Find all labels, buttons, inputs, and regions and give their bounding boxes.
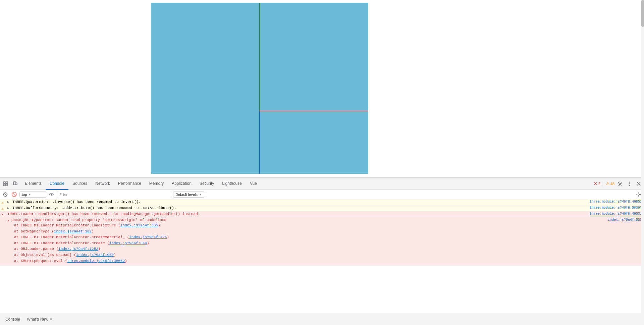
log-entry: ⚠ ▶ THREE.BufferGeometry: .addAttribute(…: [0, 205, 644, 211]
tab-elements[interactable]: Elements: [21, 178, 46, 190]
log-link[interactable]: three.module.js?46f8:50397: [590, 206, 642, 210]
log-link[interactable]: three.module.js?46f8:49852: [590, 200, 642, 204]
expand-arrow[interactable]: ▶: [7, 206, 9, 210]
browser-viewport: [0, 0, 644, 178]
blue-vertical-line: [259, 111, 260, 174]
close-whats-new-button[interactable]: ✕: [50, 317, 53, 321]
stack-line: at THREE.MTLLoader.MaterialCreator.loadT…: [14, 223, 169, 229]
svg-point-14: [638, 194, 640, 195]
devtools-panel: Elements Console Sources Network Perform…: [0, 177, 644, 325]
more-options-button[interactable]: [625, 180, 633, 188]
toolbar-icons-left: [1, 179, 19, 188]
preserve-log-button[interactable]: 🚫: [11, 191, 17, 198]
svg-point-8: [629, 183, 630, 184]
inspect-element-button[interactable]: [1, 179, 10, 188]
stack-line: at OBJLoader.parse (index.js?9a4f:1252): [14, 246, 169, 252]
error-icon: ✕: [7, 219, 9, 223]
svg-rect-4: [13, 182, 16, 185]
log-entry: ✕ Uncaught TypeError: Cannot read proper…: [0, 217, 644, 266]
tab-application[interactable]: Application: [168, 178, 196, 190]
console-settings-button[interactable]: [635, 191, 642, 198]
green-vertical-line: [259, 3, 260, 111]
warning-icon: ⚠: [1, 200, 4, 205]
error-icon: ✕: [1, 212, 3, 216]
tab-security[interactable]: Security: [196, 178, 218, 190]
tab-vue[interactable]: Vue: [246, 178, 261, 190]
eye-button[interactable]: 👁: [48, 191, 55, 198]
log-link[interactable]: index.js?9a4f:555: [608, 218, 642, 222]
expand-arrow[interactable]: ▶: [7, 200, 9, 204]
filter-input[interactable]: [57, 191, 171, 198]
svg-point-7: [629, 181, 630, 182]
console-log-area: ⚠ ▶ THREE.Quaternion: .inverse() has bee…: [0, 199, 644, 313]
levels-dropdown[interactable]: Default levels ▼: [173, 192, 204, 198]
device-toolbar-button[interactable]: [11, 179, 19, 188]
svg-rect-3: [6, 184, 8, 186]
svg-rect-5: [16, 183, 17, 185]
log-link[interactable]: three.module.js?46f8:49551: [590, 212, 642, 216]
scrollbar-thumb[interactable]: [641, 0, 644, 27]
scrollbar-right: [641, 0, 644, 325]
devtools-toolbar: Elements Console Sources Network Perform…: [0, 178, 644, 190]
tab-console[interactable]: Console: [46, 178, 68, 190]
svg-point-9: [629, 185, 630, 186]
stack-line: at THREE.MTLLoader.MaterialCreator.creat…: [14, 240, 169, 247]
stack-line: at setMapForType (index.js?9a4f:382): [14, 229, 169, 235]
log-entry: ✕ THREE.Loader: Handlers.get() has been …: [0, 211, 644, 217]
svg-rect-2: [4, 184, 5, 186]
bottom-tabbar: Console What's New ✕: [0, 313, 644, 325]
svg-rect-0: [4, 182, 5, 183]
clear-console-button[interactable]: [2, 191, 9, 198]
svg-line-13: [4, 193, 7, 196]
svg-rect-1: [6, 182, 8, 183]
console-second-toolbar: 🚫 top ▼ 👁 Default levels ▼: [0, 190, 644, 199]
bottom-tab-console[interactable]: Console: [2, 313, 23, 325]
tab-lighthouse[interactable]: Lighthouse: [218, 178, 246, 190]
red-horizontal-line: [259, 111, 368, 111]
tab-sources[interactable]: Sources: [68, 178, 91, 190]
settings-button[interactable]: [616, 180, 624, 188]
devtools-tabs: Elements Console Sources Network Perform…: [21, 178, 594, 190]
bottom-tab-whats-new[interactable]: What's New ✕: [23, 313, 56, 325]
stack-line: at Object.eval [as onLoad] (index.js?9a4…: [14, 252, 169, 258]
svg-point-6: [619, 183, 621, 184]
canvas-area: [151, 3, 368, 174]
stack-line: at XMLHttpRequest.eval (three.module.js?…: [14, 258, 169, 264]
context-dropdown[interactable]: top ▼: [19, 192, 46, 198]
tab-memory[interactable]: Memory: [145, 178, 168, 190]
tab-performance[interactable]: Performance: [114, 178, 145, 190]
error-badge: ✕ 2: [594, 181, 600, 186]
log-entry: ⚠ ▶ THREE.Quaternion: .inverse() has bee…: [0, 199, 644, 205]
tab-network[interactable]: Network: [91, 178, 114, 190]
toolbar-right: ✕ 2 | ⚠ 48: [594, 180, 643, 188]
warning-badge: ⚠ 48: [606, 181, 614, 186]
stack-line: at THREE.MTLLoader.MaterialCreator.creat…: [14, 234, 169, 240]
warning-icon: ⚠: [1, 206, 4, 211]
